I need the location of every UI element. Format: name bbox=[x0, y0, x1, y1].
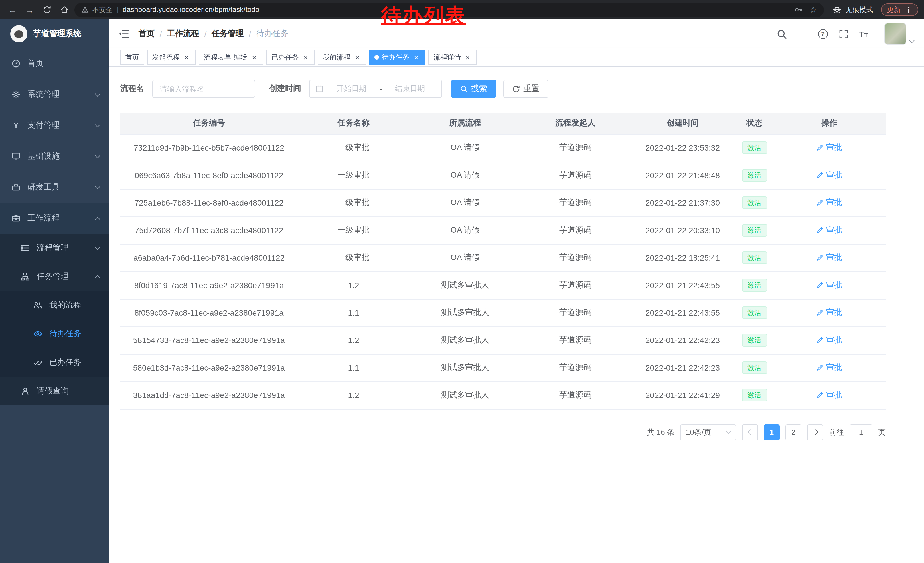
forward-icon[interactable]: → bbox=[23, 3, 37, 17]
close-icon[interactable]: × bbox=[183, 53, 190, 61]
chevron-up-icon bbox=[95, 275, 100, 281]
breadcrumb-task-management[interactable]: 任务管理 bbox=[212, 29, 244, 39]
table-row: 75d72608-7b7f-11ec-a3c8-acde48001122 一级审… bbox=[120, 216, 886, 244]
approve-button[interactable]: 审批 bbox=[816, 198, 842, 208]
table-row: 381aa1dd-7ac8-11ec-a9e2-a2380e71991a 1.2… bbox=[120, 381, 886, 409]
close-icon[interactable]: × bbox=[464, 53, 472, 61]
breadcrumb-workflow[interactable]: 工作流程 bbox=[167, 29, 199, 39]
breadcrumb-separator: / bbox=[160, 29, 162, 38]
tab-my-process[interactable]: 我的流程 × bbox=[318, 50, 366, 65]
approve-button[interactable]: 审批 bbox=[816, 363, 842, 373]
reload-icon[interactable] bbox=[40, 3, 54, 17]
sidebar-item-leave-query[interactable]: 请假查询 bbox=[0, 377, 109, 405]
font-size-icon[interactable]: TT bbox=[859, 30, 868, 38]
approve-label: 审批 bbox=[826, 143, 842, 153]
approve-button[interactable]: 审批 bbox=[816, 335, 842, 345]
status-badge: 激活 bbox=[742, 389, 767, 401]
sidebar-item-infrastructure[interactable]: 基础设施 bbox=[0, 141, 109, 172]
sidebar-item-system[interactable]: 系统管理 bbox=[0, 79, 109, 110]
sidebar-item-workflow[interactable]: 工作流程 bbox=[0, 203, 109, 234]
status-cell: 激活 bbox=[736, 326, 773, 354]
security-chip[interactable]: 不安全 bbox=[81, 5, 113, 15]
bookmark-star-icon[interactable]: ☆ bbox=[809, 5, 817, 15]
chevron-down-icon bbox=[726, 428, 731, 434]
close-icon[interactable]: × bbox=[302, 53, 310, 61]
approve-button[interactable]: 审批 bbox=[816, 308, 842, 318]
key-icon[interactable] bbox=[794, 6, 802, 14]
chevron-down-icon bbox=[95, 152, 100, 158]
double-check-icon bbox=[33, 358, 42, 367]
approve-button[interactable]: 审批 bbox=[816, 280, 842, 290]
user-menu[interactable] bbox=[885, 23, 914, 45]
page-button-2[interactable]: 2 bbox=[786, 424, 801, 440]
sidebar-item-task-management[interactable]: 任务管理 bbox=[0, 262, 109, 291]
reset-button[interactable]: 重置 bbox=[503, 80, 549, 98]
table-header-row: 任务编号 任务名称 所属流程 流程发起人 创建时间 状态 操作 bbox=[120, 113, 886, 134]
process-name-input[interactable] bbox=[152, 80, 255, 98]
goto-page-input[interactable] bbox=[850, 424, 873, 440]
list-icon bbox=[21, 243, 30, 252]
table-row: 725a1eb6-7b88-11ec-8ef0-acde48001122 一级审… bbox=[120, 189, 886, 216]
page-size-select[interactable]: 10条/页 bbox=[680, 424, 736, 440]
created-cell: 2022-01-22 18:25:41 bbox=[630, 244, 736, 272]
github-icon[interactable] bbox=[797, 29, 807, 39]
approve-button[interactable]: 审批 bbox=[816, 143, 842, 153]
sidebar-item-todo-tasks[interactable]: 待办任务 bbox=[0, 320, 109, 348]
status-badge: 激活 bbox=[742, 197, 767, 209]
approve-button[interactable]: 审批 bbox=[816, 225, 842, 236]
dashboard-icon bbox=[12, 59, 21, 68]
close-icon[interactable]: × bbox=[412, 53, 420, 61]
edit-icon bbox=[816, 281, 824, 289]
table-row: 069c6a63-7b8a-11ec-8ef0-acde48001122 一级审… bbox=[120, 162, 886, 189]
tab-todo-tasks[interactable]: 待办任务 × bbox=[369, 50, 425, 65]
browser-update-button[interactable]: 更新 ⋮ bbox=[881, 3, 918, 16]
fullscreen-icon[interactable] bbox=[838, 29, 848, 39]
edit-icon bbox=[816, 171, 824, 179]
task-name-cell: 1.2 bbox=[298, 272, 410, 299]
avatar[interactable] bbox=[885, 23, 906, 45]
search-icon[interactable] bbox=[777, 29, 786, 39]
status-badge: 激活 bbox=[742, 306, 767, 319]
chevron-up-icon bbox=[95, 216, 100, 222]
prev-page-button[interactable] bbox=[742, 424, 758, 440]
page-button-1[interactable]: 1 bbox=[764, 424, 780, 440]
back-icon[interactable]: ← bbox=[6, 3, 20, 17]
tab-label: 流程详情 bbox=[434, 53, 461, 62]
chevron-down-icon bbox=[95, 122, 100, 127]
tab-process-detail[interactable]: 流程详情 × bbox=[428, 50, 477, 65]
sidebar-item-my-process[interactable]: 我的流程 bbox=[0, 291, 109, 320]
sidebar-item-done-tasks[interactable]: 已办任务 bbox=[0, 348, 109, 377]
hamburger-icon[interactable] bbox=[118, 28, 129, 39]
status-cell: 激活 bbox=[736, 354, 773, 381]
next-page-button[interactable] bbox=[807, 424, 823, 440]
status-cell: 激活 bbox=[736, 299, 773, 326]
col-actions: 操作 bbox=[773, 113, 886, 134]
browser-menu-icon[interactable]: ⋮ bbox=[904, 6, 912, 14]
help-icon[interactable]: ? bbox=[818, 29, 828, 39]
sidebar-item-process-management[interactable]: 流程管理 bbox=[0, 234, 109, 262]
tab-form-edit[interactable]: 流程表单-编辑 × bbox=[199, 50, 263, 65]
process-cell: 测试多审批人 bbox=[410, 354, 521, 381]
tab-start-process[interactable]: 发起流程 × bbox=[147, 50, 196, 65]
approve-button[interactable]: 审批 bbox=[816, 170, 842, 180]
sidebar-item-devtools[interactable]: 研发工具 bbox=[0, 172, 109, 203]
breadcrumb-home[interactable]: 首页 bbox=[138, 29, 154, 39]
tab-home[interactable]: 首页 bbox=[120, 50, 144, 65]
approve-label: 审批 bbox=[826, 363, 842, 373]
close-icon[interactable]: × bbox=[353, 53, 361, 61]
action-cell: 审批 bbox=[773, 189, 886, 216]
close-icon[interactable]: × bbox=[250, 53, 258, 61]
create-time-range-picker[interactable]: 开始日期 - 结束日期 bbox=[309, 80, 442, 98]
status-badge: 激活 bbox=[742, 224, 767, 237]
sidebar-item-payment[interactable]: ¥ 支付管理 bbox=[0, 110, 109, 141]
search-button[interactable]: 搜索 bbox=[451, 80, 496, 98]
status-badge: 激活 bbox=[742, 279, 767, 291]
tab-done-tasks[interactable]: 已办任务 × bbox=[266, 50, 315, 65]
home-icon[interactable] bbox=[57, 3, 71, 17]
approve-button[interactable]: 审批 bbox=[816, 390, 842, 400]
app-logo[interactable]: 芋道管理系统 bbox=[0, 20, 109, 48]
approve-button[interactable]: 审批 bbox=[816, 252, 842, 263]
task-id-cell: 75d72608-7b7f-11ec-a3c8-acde48001122 bbox=[120, 216, 298, 244]
sidebar-item-home[interactable]: 首页 bbox=[0, 48, 109, 79]
created-cell: 2022-01-21 22:42:23 bbox=[630, 354, 736, 381]
